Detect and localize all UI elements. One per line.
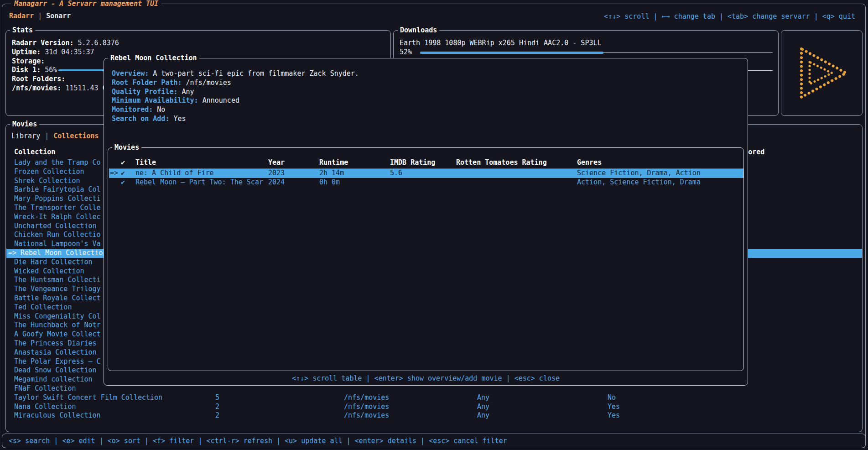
column-header-check: ✔ [121,158,125,167]
collection-name: Barbie Fairytopia Col [14,185,101,194]
download-progress-gauge [420,52,773,54]
movie-title: Rebel Moon – Part Two: The Scar [135,178,263,187]
collection-name: Uncharted Collection [14,222,97,230]
movie-genres: Action, Science Fiction, Drama [577,178,701,187]
stat-disk: Disk 1: 56% [12,66,57,75]
footer-keybind-bar: <s> search | <e> edit | <o> sort | <f> f… [2,434,866,448]
app-title: Managarr - A Servarr management TUI [11,0,161,8]
tab-collections[interactable]: Collections [53,132,99,140]
movies-tab-bar: Library|Collections [11,132,99,140]
column-header-collection: Collection [14,147,55,157]
collection-name: Die Hard Collection [14,258,93,266]
column-header-runtime: Runtime [319,158,348,167]
collection-name: The Princess Diaries [14,339,97,347]
logo-panel [781,30,863,116]
tab-library[interactable]: Library [11,132,40,140]
movie-runtime: 0h 0m [319,178,340,187]
collection-quality-profile: Any [477,403,489,412]
modal-keybind-help: <↑↓> scroll table | <enter> show overvie… [104,374,748,382]
collection-row[interactable]: Taylor Swift Concert Film Collection5/nf… [6,393,862,403]
field-root-folder-path: Root Folder Path: /nfs/movies [112,78,231,88]
collection-search-on-add: Yes [608,403,620,412]
collection-name: The Transporter Colle [14,204,101,212]
collection-name: Miraculous Collection [14,411,101,419]
modal-title: Rebel Moon Collection [108,54,199,63]
collection-movies-table-header: ✔ Title Year Runtime IMDB Rating Rotten … [109,158,743,167]
collection-search-on-add: Yes [608,411,620,420]
collection-name: The Polar Express – C [14,357,101,366]
column-header-genres: Genres [577,158,602,167]
global-keybind-help: <↑↓> scroll | ←→ change tab | <tab> chan… [604,12,855,21]
collection-name: The Vengeance Trilogy [14,285,101,293]
collection-name: Miss Congeniality Col [14,312,101,320]
managarr-logo-icon [781,31,862,115]
collection-name: Dead Snow Collection [14,366,97,374]
movie-runtime: 2h 14m [319,169,344,178]
download-item-percent: 52% [400,48,412,57]
collection-name: FNaF Collection [14,384,76,392]
column-header-title: Title [135,158,156,167]
field-quality-profile: Quality Profile: Any [112,88,194,97]
movies-panel-title: Movies [10,120,39,129]
collection-movie-count: 2 [215,411,219,420]
movie-year: 2023 [268,169,285,178]
servarr-tab-bar: Radarr|Sonarr [9,12,71,20]
stat-version-value: 5.2.6.8376 [78,39,119,47]
collection-name: Battle Royale Collect [14,294,101,302]
collection-details-modal: Rebel Moon Collection Overview: A two-pa… [104,58,748,386]
stat-version-label: Radarr Version: [12,39,73,47]
collection-name: A Goofy Movie Collect [14,330,101,338]
movies-tab-separator: | [40,132,53,140]
collection-movie-count: 2 [215,403,219,412]
footer-keybind-help: <s> search | <e> edit | <o> sort | <f> f… [9,434,507,448]
field-minimum-availability: Minimum Availability: Announced [112,96,239,105]
collection-search-on-add: No [608,393,616,403]
movie-title: ne: A Child of Fire [135,169,214,178]
selection-marker: => [110,169,118,178]
field-overview: Overview: A two-part sci-fi epic from fi… [112,69,359,78]
tab-separator: | [34,12,46,20]
collection-name: Megamind collection [14,375,93,383]
stat-uptime-value: 31d 04:35:37 [45,48,94,56]
stats-panel-title: Stats [10,26,35,35]
tab-radarr[interactable]: Radarr [9,12,34,20]
collection-name: Lady and the Tramp Co [14,158,101,167]
collection-name: Anastasia Collection [14,348,97,356]
movie-row[interactable]: => ✔ ne: A Child of Fire 2023 2h 14m 5.6… [109,169,743,178]
collection-name: Wicked Collection [14,267,84,275]
collection-row[interactable]: Nana Collection2/nfs/moviesAnyYes [6,403,862,412]
collection-root-folder: /nfs/movies [344,411,389,420]
stat-rootfolder: /nfs/movies: 11511.43 GB [12,84,111,93]
collection-quality-profile: Any [477,393,489,403]
collection-name: Chicken Run Collectio [14,230,101,239]
movie-row[interactable]: ✔ Rebel Moon – Part Two: The Scar 2024 0… [109,178,743,187]
collection-root-folder: /nfs/movies [344,403,389,412]
header-separator [109,168,743,168]
collection-name: Shrek Collection [14,177,80,185]
collection-movie-count: 5 [215,393,219,403]
tab-sonarr[interactable]: Sonarr [46,12,71,20]
stat-uptime-label: Uptime: [12,48,41,56]
collection-name: Nana Collection [14,403,76,411]
collection-movies-table-title: Movies [112,143,141,152]
movie-year: 2024 [268,178,285,187]
movie-monitored-check-icon: ✔ [121,169,125,178]
stat-disk-percent: 56% [45,66,57,74]
collection-name: National Lampoon's Va [14,240,101,248]
stat-rootfolders-heading: Root Folders: [12,75,65,84]
collection-name: Mary Poppins Collecti [14,194,101,203]
column-header-imdb-rating: IMDB Rating [390,158,435,167]
stat-rootfolder-label: /nfs/movies: [12,84,61,92]
collection-row[interactable]: Miraculous Collection2/nfs/moviesAnyYes [6,411,862,420]
movie-monitored-check-icon: ✔ [121,178,125,187]
collection-name: The Huntsman Collecti [14,276,101,284]
stat-storage-heading: Storage: [12,57,45,66]
collection-root-folder: /nfs/movies [344,393,389,403]
column-header-rotten-tomatoes-rating: Rotten Tomatoes Rating [456,158,547,167]
collection-movies-table: Movies ✔ Title Year Runtime IMDB Rating … [108,147,744,371]
column-header-year: Year [268,158,285,167]
stat-uptime: Uptime: 31d 04:35:37 [12,48,94,57]
field-monitored: Monitored: No [112,105,165,115]
collection-quality-profile: Any [477,411,489,420]
selection-marker: => [8,249,16,258]
